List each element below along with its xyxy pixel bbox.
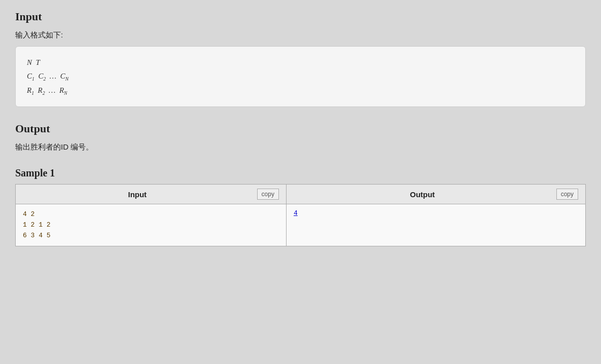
output-section: Output 输出胜利者的ID 编号。 [15,122,586,152]
sample-1-title: Sample 1 [15,167,586,179]
sample-1-input-line-3: 6 3 4 5 [23,231,279,241]
sample-1-input-line-2: 1 2 1 2 [23,220,279,231]
sample-1-input-data: 4 2 1 2 1 2 6 3 4 5 [16,204,287,246]
sample-1-output-header-label: Output [294,190,551,199]
output-title: Output [15,122,586,135]
sample-1-output-header-cell: Output copy [286,185,585,204]
format-line-2: C1 C2 … CN [27,69,574,84]
sample-1-data-row: 4 2 1 2 1 2 6 3 4 5 4 [16,204,586,246]
sample-1-output-data: 4 [286,204,585,246]
input-description: 输入格式如下: [15,30,586,40]
sample-1-input-copy-button[interactable]: copy [257,189,279,200]
format-line-3: R1 R2 … RN [27,84,574,98]
sample-1-output-copy-button[interactable]: copy [556,189,578,200]
sample-1-table: Input copy Output copy 4 2 1 2 1 2 6 3 4 [15,184,586,246]
sample-1-section: Sample 1 Input copy Output copy [15,167,586,246]
input-format-box: N T C1 C2 … CN R1 R2 … RN [15,46,586,107]
sample-1-input-header-cell: Input copy [16,185,287,204]
format-line-1: N T [27,56,574,69]
output-description: 输出胜利者的ID 编号。 [15,142,586,152]
input-title: Input [15,10,586,23]
sample-1-output-value: 4 [294,209,298,217]
input-section: Input 输入格式如下: N T C1 C2 … CN R1 R2 … RN [15,10,586,107]
sample-1-input-line-1: 4 2 [23,209,279,220]
sample-1-input-header-label: Input [23,190,252,199]
sample-1-header-row: Input copy Output copy [16,185,586,204]
